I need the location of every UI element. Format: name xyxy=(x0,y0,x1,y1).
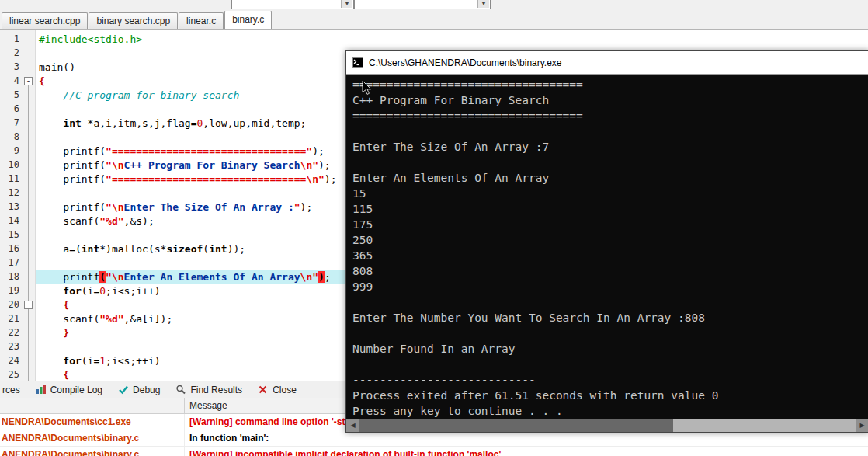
check-icon xyxy=(118,385,129,395)
line-number: 4 xyxy=(14,75,19,86)
line-number: 14 xyxy=(9,215,19,226)
code-token: " xyxy=(294,201,300,213)
code-token: for xyxy=(63,285,81,297)
console-line-14: 999 xyxy=(352,279,863,294)
fold-collapse-icon[interactable]: - xyxy=(24,77,33,85)
code-token xyxy=(39,355,63,367)
class-browser-combo[interactable]: ▼ xyxy=(231,0,354,9)
chevron-down-icon[interactable]: ▼ xyxy=(477,0,489,8)
message-text: [Warning] incompatible implicit declarat… xyxy=(185,447,868,456)
code-token xyxy=(39,229,45,241)
message-text: In function 'main': xyxy=(185,430,868,446)
gutter-row-13: 13 xyxy=(0,200,35,214)
code-token: sizeof xyxy=(166,243,203,255)
gutter-row-11: 11 xyxy=(0,172,35,186)
editor-tab-binary-c[interactable]: binary.c xyxy=(224,10,272,29)
bottom-tab-rces[interactable]: rces xyxy=(0,381,28,398)
code-token: { xyxy=(63,299,69,311)
line-number: 1 xyxy=(14,33,19,44)
console-line-4 xyxy=(352,124,863,139)
code-token: ); xyxy=(312,145,325,157)
gutter-row-14: 14 xyxy=(0,214,35,228)
gutter-row-17: 17 xyxy=(0,256,35,270)
line-number: 16 xyxy=(9,243,19,254)
code-token xyxy=(39,299,63,311)
code-token: printf xyxy=(39,271,99,283)
gutter-row-12: 12 xyxy=(0,186,35,200)
line-number: 7 xyxy=(14,117,19,128)
console-line-10: 175 xyxy=(352,217,863,232)
code-token: scanf( xyxy=(39,313,99,325)
file-column-header xyxy=(0,398,185,413)
code-token xyxy=(39,327,63,339)
chevron-down-icon[interactable]: ▼ xyxy=(341,0,352,8)
gutter-row-19: 19 xyxy=(0,284,35,298)
message-file-path: ANENDRA\Documents\binary.c xyxy=(0,430,185,446)
code-token xyxy=(39,187,45,199)
code-token xyxy=(39,47,45,59)
scrollbar-thumb[interactable] xyxy=(359,419,673,432)
editor-tab-binary-search-cpp[interactable]: binary search.cpp xyxy=(89,12,178,29)
console-line-16: Enter The Number You Want To Search In A… xyxy=(352,310,863,325)
line-number: 24 xyxy=(9,355,19,366)
code-token xyxy=(39,285,63,297)
message-file-path: NENDRA\Documents\cc1.exe xyxy=(0,414,185,430)
code-token: "================================\n" xyxy=(106,173,325,185)
gutter-row-8: 8 xyxy=(0,131,35,144)
code-token: #include<stdio.h> xyxy=(39,33,142,45)
fold-collapse-icon[interactable]: - xyxy=(24,301,33,309)
console-line-1: ================================== xyxy=(352,77,863,92)
scroll-left-icon[interactable]: ◀ xyxy=(346,419,359,432)
code-token: ) xyxy=(318,271,325,283)
code-token: ;i<s;i++) xyxy=(106,285,160,297)
gutter-row-25: 25 xyxy=(0,368,35,381)
console-title-bar[interactable]: C:\Users\GHANENDRA\Documents\binary.exe xyxy=(346,51,868,75)
code-token: } xyxy=(63,327,69,339)
line-number: 8 xyxy=(14,131,19,142)
editor-tab-linear-c[interactable]: linear.c xyxy=(179,12,224,29)
code-token: int xyxy=(63,117,81,129)
console-line-9: 115 xyxy=(352,201,863,217)
line-number: 15 xyxy=(9,229,19,240)
code-line-1[interactable]: #include<stdio.h> xyxy=(36,33,868,47)
code-token: ,low,up,mid,temp; xyxy=(203,117,306,129)
gutter-row-3: 3 xyxy=(0,61,35,75)
code-token: int xyxy=(82,243,99,255)
line-number: 13 xyxy=(9,201,19,212)
gutter-row-10: 10 xyxy=(0,158,35,172)
gutter-row-21: 21 xyxy=(0,312,35,326)
editor-tab-linear-search-cpp[interactable]: linear search.cpp xyxy=(2,12,88,29)
code-token: printf( xyxy=(39,159,106,171)
line-number: 18 xyxy=(9,271,19,282)
compile-message-row[interactable]: ANENDRA\Documents\binary.c[Warning] inco… xyxy=(0,447,868,456)
scroll-right-icon[interactable]: ▶ xyxy=(856,419,868,432)
function-browser-combo[interactable]: ▼ xyxy=(354,0,491,9)
console-line-21: Process exited after 61.51 seconds with … xyxy=(352,388,863,403)
bottom-tab-compile-log[interactable]: Compile Log xyxy=(28,381,110,398)
code-token xyxy=(39,103,45,115)
bottom-tab-debug[interactable]: Debug xyxy=(110,381,168,398)
message-file-path: ANENDRA\Documents\binary.c xyxy=(0,447,185,456)
code-token: ; xyxy=(325,271,331,283)
gutter-row-20: 20- xyxy=(0,298,35,312)
code-token: (i= xyxy=(82,355,99,367)
code-token: 1 xyxy=(99,355,106,367)
code-token: ); xyxy=(325,173,337,185)
code-token: "\n xyxy=(106,159,123,171)
code-token: int xyxy=(209,243,227,255)
console-horizontal-scrollbar[interactable]: ◀ ▶ xyxy=(346,419,868,432)
scrollbar-track[interactable] xyxy=(673,419,856,432)
compile-message-row[interactable]: ANENDRA\Documents\binary.cIn function 'm… xyxy=(0,430,868,447)
bottom-tab-find-results[interactable]: Find Results xyxy=(168,381,250,398)
console-line-2: C++ Program For Binary Search xyxy=(352,92,863,108)
line-number: 25 xyxy=(9,369,19,380)
magnifier-icon xyxy=(175,385,186,395)
code-token: "================================" xyxy=(106,145,312,157)
code-token: "%d" xyxy=(99,313,123,325)
code-token xyxy=(39,117,63,129)
console-line-13: 808 xyxy=(352,263,863,279)
console-line-12: 365 xyxy=(352,248,863,263)
bottom-tab-close[interactable]: Close xyxy=(250,381,304,398)
line-number: 17 xyxy=(9,257,19,268)
code-token: \n" xyxy=(300,159,318,171)
